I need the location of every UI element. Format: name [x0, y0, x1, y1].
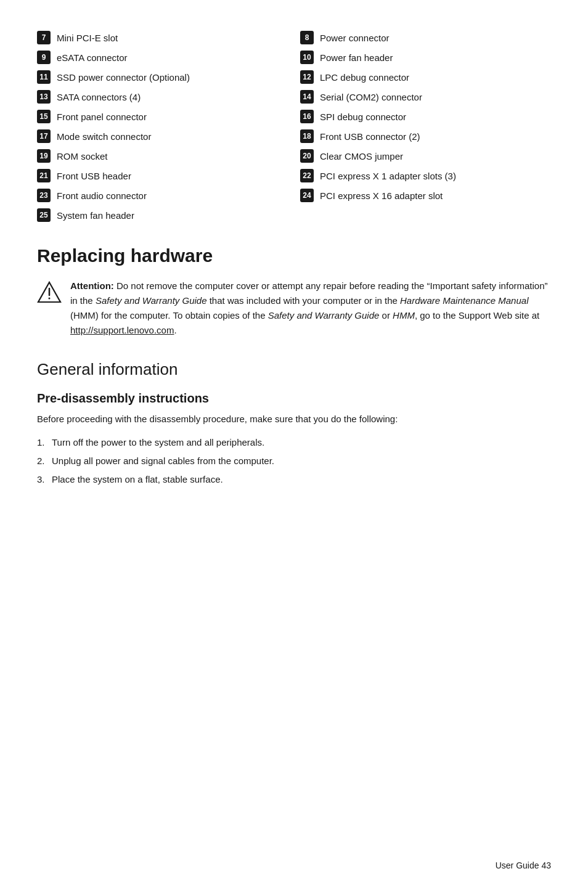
connector-label-25: System fan header	[57, 210, 134, 221]
connector-item-17: 17 Mode switch connector	[37, 128, 288, 144]
connector-item-23: 23 Front audio connector	[37, 187, 288, 203]
badge-7: 7	[37, 31, 51, 44]
connector-label-18: Front USB connector (2)	[320, 131, 420, 142]
badge-21: 21	[37, 169, 51, 182]
attention-italic-1: Safety and Warranty Guide	[96, 295, 207, 306]
connector-label-14: Serial (COM2) connector	[320, 92, 422, 102]
attention-italic-2: Hardware Maintenance Manual	[400, 295, 528, 306]
connector-item-7: 7 Mini PCI-E slot	[37, 30, 288, 46]
connector-item-9: 9 eSATA connector	[37, 49, 288, 65]
badge-18: 18	[300, 129, 314, 143]
connector-label-8: Power connector	[320, 33, 390, 43]
step-2: Unplug all power and signal cables from …	[37, 454, 551, 468]
connector-list: 7 Mini PCI-E slot 8 Power connector 9 eS…	[37, 30, 551, 223]
connector-item-8: 8 Power connector	[300, 30, 551, 46]
page-footer: User Guide 43	[496, 860, 551, 870]
connector-label-11: SSD power connector (Optional)	[57, 72, 190, 83]
attention-label: Attention:	[70, 280, 114, 291]
step-3-text: Place the system on a flat, stable surfa…	[52, 474, 223, 484]
attention-text-2: that was included with your computer or …	[207, 295, 401, 306]
warning-icon	[37, 280, 62, 304]
connector-item-15: 15 Front panel connector	[37, 108, 288, 125]
badge-20: 20	[300, 149, 314, 163]
step-1-text: Turn off the power to the system and all…	[52, 437, 264, 448]
attention-italic-4: HMM	[393, 310, 415, 321]
connector-label-21: Front USB header	[57, 171, 131, 181]
badge-19: 19	[37, 149, 51, 163]
pre-disassembly-steps: Turn off the power to the system and all…	[37, 435, 551, 487]
step-3: Place the system on a flat, stable surfa…	[37, 472, 551, 487]
pre-disassembly-heading: Pre-disassembly instructions	[37, 391, 551, 406]
connector-label-10: Power fan header	[320, 52, 393, 63]
attention-block: Attention: Do not remove the computer co…	[37, 279, 551, 338]
connector-item-19: 19 ROM socket	[37, 148, 288, 164]
footer-label: User Guide	[496, 860, 539, 870]
badge-14: 14	[300, 90, 314, 104]
connector-item-21: 21 Front USB header	[37, 168, 288, 184]
attention-paragraph: Attention: Do not remove the computer co…	[70, 279, 551, 338]
connector-label-23: Front audio connector	[57, 190, 147, 201]
svg-point-2	[49, 298, 51, 300]
badge-16: 16	[300, 110, 314, 123]
badge-24: 24	[300, 189, 314, 202]
badge-9: 9	[37, 51, 51, 64]
connector-item-11: 11 SSD power connector (Optional)	[37, 69, 288, 85]
attention-text-5: , go to the Support Web site at	[415, 310, 539, 321]
connector-item-18: 18 Front USB connector (2)	[300, 128, 551, 144]
badge-8: 8	[300, 31, 314, 44]
connector-label-22: PCI express X 1 adapter slots (3)	[320, 171, 456, 181]
connector-item-25: 25 System fan header	[37, 207, 288, 223]
attention-period: .	[174, 325, 176, 335]
badge-25: 25	[37, 208, 51, 222]
badge-13: 13	[37, 90, 51, 104]
connector-item-24: 24 PCI express X 16 adapter slot	[300, 187, 551, 203]
connector-label-19: ROM socket	[57, 151, 108, 161]
footer-page: 43	[541, 860, 551, 870]
badge-15: 15	[37, 110, 51, 123]
connector-item-13: 13 SATA connectors (4)	[37, 89, 288, 105]
connector-item-10: 10 Power fan header	[300, 49, 551, 65]
step-1: Turn off the power to the system and all…	[37, 435, 551, 450]
connector-item-22: 22 PCI express X 1 adapter slots (3)	[300, 168, 551, 184]
attention-text-3: (HMM) for the computer. To obtain copies…	[70, 310, 268, 321]
connector-item-20: 20 Clear CMOS jumper	[300, 148, 551, 164]
general-information-heading: General information	[37, 360, 551, 379]
connector-label-20: Clear CMOS jumper	[320, 151, 403, 161]
connector-label-13: SATA connectors (4)	[57, 92, 141, 102]
connector-label-9: eSATA connector	[57, 52, 128, 63]
support-link[interactable]: http://support.lenovo.com	[70, 325, 174, 335]
connector-label-24: PCI express X 16 adapter slot	[320, 190, 443, 201]
badge-23: 23	[37, 189, 51, 202]
attention-italic-3: Safety and Warranty Guide	[268, 310, 380, 321]
replacing-hardware-heading: Replacing hardware	[37, 245, 551, 266]
connector-item-16: 16 SPI debug connector	[300, 108, 551, 125]
badge-11: 11	[37, 70, 51, 84]
connector-item-14: 14 Serial (COM2) connector	[300, 89, 551, 105]
attention-text-4: or	[379, 310, 393, 321]
connector-label-16: SPI debug connector	[320, 112, 406, 122]
pre-disassembly-intro: Before proceeding with the disassembly p…	[37, 412, 551, 427]
badge-17: 17	[37, 129, 51, 143]
badge-10: 10	[300, 51, 314, 64]
connector-item-12: 12 LPC debug connector	[300, 69, 551, 85]
step-2-text: Unplug all power and signal cables from …	[52, 456, 274, 466]
connector-label-17: Mode switch connector	[57, 131, 151, 142]
badge-12: 12	[300, 70, 314, 84]
connector-label-15: Front panel connector	[57, 112, 147, 122]
badge-22: 22	[300, 169, 314, 182]
connector-label-7: Mini PCI-E slot	[57, 33, 118, 43]
connector-label-12: LPC debug connector	[320, 72, 409, 83]
